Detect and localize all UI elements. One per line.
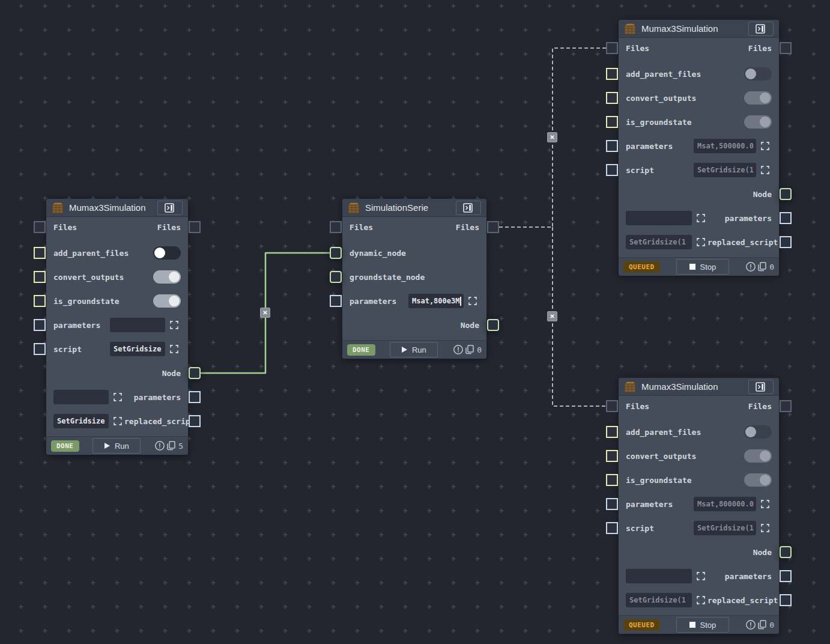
node-header[interactable]: Mumax3Simulation [619,378,779,396]
expand-button[interactable] [466,294,479,308]
socket-add-parent-files[interactable] [606,426,618,438]
open-panel-button[interactable] [748,22,774,36]
expand-button[interactable] [168,342,181,356]
script-input[interactable]: SetGridsize(1 [694,521,756,535]
socket-add-parent-files[interactable] [606,68,618,80]
socket-files-output[interactable] [189,221,201,233]
copy-icon[interactable] [757,261,768,272]
run-button[interactable]: Run [390,342,438,357]
script-input[interactable]: SetGridsize [110,342,165,356]
open-panel-button[interactable] [748,380,774,394]
alert-icon[interactable] [154,440,165,451]
parameters-out-input[interactable] [53,390,109,404]
open-panel-button[interactable] [456,201,481,215]
socket-replaced-script-output[interactable] [189,415,201,427]
expand-button[interactable] [759,139,772,153]
socket-parameters-output[interactable] [189,391,201,403]
socket-parameters[interactable] [606,498,618,510]
edge-delete-button[interactable]: ✕ [547,132,557,142]
socket-dynamic-node[interactable] [330,247,342,259]
socket-files-input[interactable] [606,400,618,412]
alert-icon[interactable] [745,261,756,272]
socket-parameters[interactable] [330,295,342,307]
expand-button[interactable] [759,521,772,535]
add-parent-files-toggle[interactable] [153,246,181,260]
is-groundstate-toggle[interactable] [744,473,772,487]
expand-button[interactable] [694,235,707,249]
socket-groundstate-node[interactable] [330,271,342,283]
socket-script[interactable] [34,343,46,355]
socket-add-parent-files[interactable] [34,247,46,259]
socket-parameters-output[interactable] [780,570,792,582]
expand-button[interactable] [694,594,707,607]
socket-is-groundstate[interactable] [34,295,46,307]
convert-outputs-toggle[interactable] [744,91,772,105]
open-panel-button[interactable] [157,201,183,215]
socket-convert-outputs[interactable] [34,271,46,283]
copy-icon[interactable] [166,440,177,451]
node-header[interactable]: Mumax3Simulation [46,199,188,217]
node-simulationserie[interactable]: SimulationSerie Files Files dynamic_node [342,199,486,359]
expand-button[interactable] [111,415,124,428]
add-parent-files-toggle[interactable] [744,67,772,80]
expand-button[interactable] [694,570,707,583]
copy-icon[interactable] [464,344,475,355]
parameters-input[interactable]: Msat,800e3M [408,294,464,308]
convert-outputs-toggle[interactable] [153,270,181,284]
expand-button[interactable] [168,318,181,332]
socket-files-input[interactable] [330,221,342,233]
parameters-input[interactable]: Msat,800000.0 [694,497,756,511]
socket-files-output[interactable] [780,42,792,54]
expand-button[interactable] [694,211,707,225]
socket-files-output[interactable] [487,221,499,233]
replaced-script-input[interactable]: SetGridsize [53,414,109,428]
expand-button[interactable] [759,497,772,511]
parameters-input[interactable]: Msat,500000.0 [694,139,756,153]
socket-node-output[interactable] [189,367,201,379]
socket-parameters[interactable] [606,140,618,152]
replaced-script-input[interactable]: SetGridsize(1 [626,593,692,607]
node-editor-canvas[interactable]: ✕ ✕ ✕ Mumax3Simulation [0,0,830,644]
node-mumax3simulation-bottom-right[interactable]: Mumax3Simulation Files Files add_parent_ [619,378,779,634]
copy-icon[interactable] [757,619,768,630]
edge-delete-button[interactable]: ✕ [260,308,270,318]
socket-script[interactable] [606,522,618,534]
socket-node-output[interactable] [780,188,792,200]
socket-node-output[interactable] [487,319,499,331]
parameters-out-input[interactable] [626,211,692,225]
socket-convert-outputs[interactable] [606,450,618,462]
socket-parameters-output[interactable] [780,212,792,224]
node-header[interactable]: Mumax3Simulation [619,20,779,38]
socket-convert-outputs[interactable] [606,92,618,104]
stop-button[interactable]: Stop [676,259,729,275]
add-parent-files-toggle[interactable] [744,425,772,439]
socket-script[interactable] [606,164,618,176]
socket-is-groundstate[interactable] [606,116,618,128]
replaced-script-input[interactable]: SetGridsize(1 [626,235,692,249]
script-input[interactable]: SetGridsize(1 [694,163,756,177]
socket-replaced-script-output[interactable] [780,236,792,248]
socket-files-output[interactable] [780,400,792,412]
expand-button[interactable] [759,163,772,177]
node-mumax3simulation-top-right[interactable]: Mumax3Simulation Files Files add_parent_ [619,20,779,276]
file-count: 0 [769,621,774,630]
socket-files-input[interactable] [34,221,46,233]
node-mumax3simulation-left[interactable]: Mumax3Simulation Files Files add_parent_ [46,199,188,455]
parameters-out-input[interactable] [626,569,692,583]
convert-outputs-toggle[interactable] [744,449,772,463]
stop-button[interactable]: Stop [676,617,729,633]
expand-button[interactable] [111,390,124,404]
run-button[interactable]: Run [92,438,141,454]
socket-node-output[interactable] [780,546,792,558]
parameters-input[interactable] [110,318,165,332]
alert-icon[interactable] [453,344,464,355]
is-groundstate-toggle[interactable] [744,115,772,129]
socket-is-groundstate[interactable] [606,474,618,486]
socket-replaced-script-output[interactable] [780,594,792,606]
socket-parameters[interactable] [34,319,46,331]
edge-delete-button[interactable]: ✕ [547,311,557,321]
socket-files-input[interactable] [606,42,618,54]
alert-icon[interactable] [745,619,756,630]
is-groundstate-toggle[interactable] [153,294,181,308]
node-header[interactable]: SimulationSerie [342,199,486,217]
